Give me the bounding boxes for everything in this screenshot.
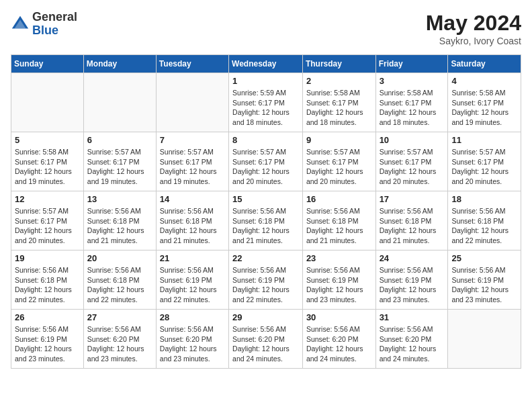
day-info: Sunrise: 5:56 AM Sunset: 6:20 PM Dayligh… (306, 324, 372, 364)
day-info: Sunrise: 5:56 AM Sunset: 6:18 PM Dayligh… (451, 206, 517, 246)
logo-text: General Blue (32, 11, 77, 38)
day-number: 26 (15, 312, 80, 322)
calendar-cell: 17Sunrise: 5:56 AM Sunset: 6:18 PM Dayli… (375, 191, 448, 250)
calendar-cell: 14Sunrise: 5:56 AM Sunset: 6:18 PM Dayli… (156, 191, 228, 250)
day-number: 22 (232, 253, 299, 263)
calendar-cell: 5Sunrise: 5:58 AM Sunset: 6:17 PM Daylig… (11, 132, 84, 191)
day-info: Sunrise: 5:56 AM Sunset: 6:20 PM Dayligh… (232, 324, 299, 364)
day-number: 6 (87, 135, 152, 145)
day-number: 30 (306, 312, 372, 322)
day-number: 31 (380, 312, 445, 322)
calendar-cell: 6Sunrise: 5:57 AM Sunset: 6:17 PM Daylig… (83, 132, 156, 191)
day-info: Sunrise: 5:57 AM Sunset: 6:17 PM Dayligh… (306, 147, 372, 187)
day-info: Sunrise: 5:58 AM Sunset: 6:17 PM Dayligh… (306, 88, 372, 128)
header-wednesday: Wednesday (229, 55, 303, 73)
day-number: 10 (380, 135, 445, 145)
calendar-cell: 13Sunrise: 5:56 AM Sunset: 6:18 PM Dayli… (83, 191, 156, 250)
day-info: Sunrise: 5:57 AM Sunset: 6:17 PM Dayligh… (160, 147, 225, 187)
calendar-week-row: 1Sunrise: 5:59 AM Sunset: 6:17 PM Daylig… (11, 73, 521, 132)
header-saturday: Saturday (448, 55, 521, 73)
day-number: 8 (232, 135, 299, 145)
calendar-cell: 21Sunrise: 5:56 AM Sunset: 6:19 PM Dayli… (156, 250, 228, 310)
calendar-week-row: 19Sunrise: 5:56 AM Sunset: 6:18 PM Dayli… (11, 250, 521, 310)
day-info: Sunrise: 5:57 AM Sunset: 6:17 PM Dayligh… (451, 147, 517, 187)
calendar-cell: 25Sunrise: 5:56 AM Sunset: 6:19 PM Dayli… (448, 250, 521, 310)
day-number: 27 (87, 312, 152, 322)
calendar-cell: 31Sunrise: 5:56 AM Sunset: 6:20 PM Dayli… (375, 310, 448, 369)
calendar-header: Sunday Monday Tuesday Wednesday Thursday… (11, 55, 521, 73)
calendar-cell (83, 73, 156, 132)
calendar-cell: 12Sunrise: 5:57 AM Sunset: 6:17 PM Dayli… (11, 191, 84, 250)
calendar-cell (156, 73, 228, 132)
title-block: May 2024 Saykro, Ivory Coast (426, 11, 521, 46)
calendar-cell: 26Sunrise: 5:56 AM Sunset: 6:19 PM Dayli… (11, 310, 84, 369)
calendar-cell: 30Sunrise: 5:56 AM Sunset: 6:20 PM Dayli… (302, 310, 375, 369)
calendar-table: Sunday Monday Tuesday Wednesday Thursday… (11, 54, 521, 369)
calendar-cell: 29Sunrise: 5:56 AM Sunset: 6:20 PM Dayli… (229, 310, 303, 369)
day-number: 12 (15, 194, 80, 204)
day-number: 3 (380, 76, 445, 86)
calendar-cell: 15Sunrise: 5:56 AM Sunset: 6:18 PM Dayli… (229, 191, 303, 250)
day-number: 15 (232, 194, 299, 204)
calendar-cell: 28Sunrise: 5:56 AM Sunset: 6:20 PM Dayli… (156, 310, 228, 369)
day-number: 9 (306, 135, 372, 145)
calendar-cell: 2Sunrise: 5:58 AM Sunset: 6:17 PM Daylig… (302, 73, 375, 132)
calendar-cell: 20Sunrise: 5:56 AM Sunset: 6:18 PM Dayli… (83, 250, 156, 310)
day-info: Sunrise: 5:57 AM Sunset: 6:17 PM Dayligh… (232, 147, 299, 187)
day-info: Sunrise: 5:58 AM Sunset: 6:17 PM Dayligh… (380, 88, 445, 128)
day-number: 20 (87, 253, 152, 263)
logo-blue: Blue (32, 24, 77, 38)
calendar-cell: 23Sunrise: 5:56 AM Sunset: 6:19 PM Dayli… (302, 250, 375, 310)
location-subtitle: Saykro, Ivory Coast (426, 36, 521, 46)
calendar-week-row: 26Sunrise: 5:56 AM Sunset: 6:19 PM Dayli… (11, 310, 521, 369)
header-friday: Friday (375, 55, 448, 73)
day-number: 5 (15, 135, 80, 145)
day-info: Sunrise: 5:56 AM Sunset: 6:19 PM Dayligh… (160, 265, 225, 305)
calendar-cell (11, 73, 84, 132)
calendar-cell: 8Sunrise: 5:57 AM Sunset: 6:17 PM Daylig… (229, 132, 303, 191)
calendar-cell: 11Sunrise: 5:57 AM Sunset: 6:17 PM Dayli… (448, 132, 521, 191)
day-info: Sunrise: 5:58 AM Sunset: 6:17 PM Dayligh… (15, 147, 80, 187)
day-number: 11 (451, 135, 517, 145)
day-info: Sunrise: 5:57 AM Sunset: 6:17 PM Dayligh… (380, 147, 445, 187)
day-number: 7 (160, 135, 225, 145)
day-info: Sunrise: 5:57 AM Sunset: 6:17 PM Dayligh… (87, 147, 152, 187)
calendar-cell: 9Sunrise: 5:57 AM Sunset: 6:17 PM Daylig… (302, 132, 375, 191)
day-number: 14 (160, 194, 225, 204)
page-header: General Blue May 2024 Saykro, Ivory Coas… (11, 11, 521, 46)
day-number: 13 (87, 194, 152, 204)
day-info: Sunrise: 5:56 AM Sunset: 6:18 PM Dayligh… (160, 206, 225, 246)
calendar-cell: 4Sunrise: 5:58 AM Sunset: 6:17 PM Daylig… (448, 73, 521, 132)
day-number: 16 (306, 194, 372, 204)
day-info: Sunrise: 5:56 AM Sunset: 6:18 PM Dayligh… (15, 265, 80, 305)
day-info: Sunrise: 5:56 AM Sunset: 6:19 PM Dayligh… (232, 265, 299, 305)
day-info: Sunrise: 5:56 AM Sunset: 6:18 PM Dayligh… (306, 206, 372, 246)
day-number: 25 (451, 253, 517, 263)
day-number: 21 (160, 253, 225, 263)
header-tuesday: Tuesday (156, 55, 228, 73)
day-info: Sunrise: 5:56 AM Sunset: 6:19 PM Dayligh… (306, 265, 372, 305)
day-number: 29 (232, 312, 299, 322)
day-info: Sunrise: 5:56 AM Sunset: 6:18 PM Dayligh… (232, 206, 299, 246)
header-thursday: Thursday (302, 55, 375, 73)
day-info: Sunrise: 5:56 AM Sunset: 6:18 PM Dayligh… (87, 265, 152, 305)
logo-icon (11, 15, 30, 34)
day-number: 1 (232, 76, 299, 86)
calendar-cell: 18Sunrise: 5:56 AM Sunset: 6:18 PM Dayli… (448, 191, 521, 250)
day-info: Sunrise: 5:56 AM Sunset: 6:19 PM Dayligh… (15, 324, 80, 364)
calendar-cell: 7Sunrise: 5:57 AM Sunset: 6:17 PM Daylig… (156, 132, 228, 191)
day-info: Sunrise: 5:56 AM Sunset: 6:18 PM Dayligh… (87, 206, 152, 246)
calendar-cell: 3Sunrise: 5:58 AM Sunset: 6:17 PM Daylig… (375, 73, 448, 132)
day-info: Sunrise: 5:58 AM Sunset: 6:17 PM Dayligh… (451, 88, 517, 128)
calendar-cell: 16Sunrise: 5:56 AM Sunset: 6:18 PM Dayli… (302, 191, 375, 250)
header-sunday: Sunday (11, 55, 84, 73)
day-info: Sunrise: 5:56 AM Sunset: 6:18 PM Dayligh… (380, 206, 445, 246)
calendar-cell: 24Sunrise: 5:56 AM Sunset: 6:19 PM Dayli… (375, 250, 448, 310)
day-number: 23 (306, 253, 372, 263)
calendar-cell (448, 310, 521, 369)
day-info: Sunrise: 5:56 AM Sunset: 6:19 PM Dayligh… (451, 265, 517, 305)
day-info: Sunrise: 5:59 AM Sunset: 6:17 PM Dayligh… (232, 88, 299, 128)
calendar-cell: 10Sunrise: 5:57 AM Sunset: 6:17 PM Dayli… (375, 132, 448, 191)
day-number: 4 (451, 76, 517, 86)
calendar-cell: 1Sunrise: 5:59 AM Sunset: 6:17 PM Daylig… (229, 73, 303, 132)
